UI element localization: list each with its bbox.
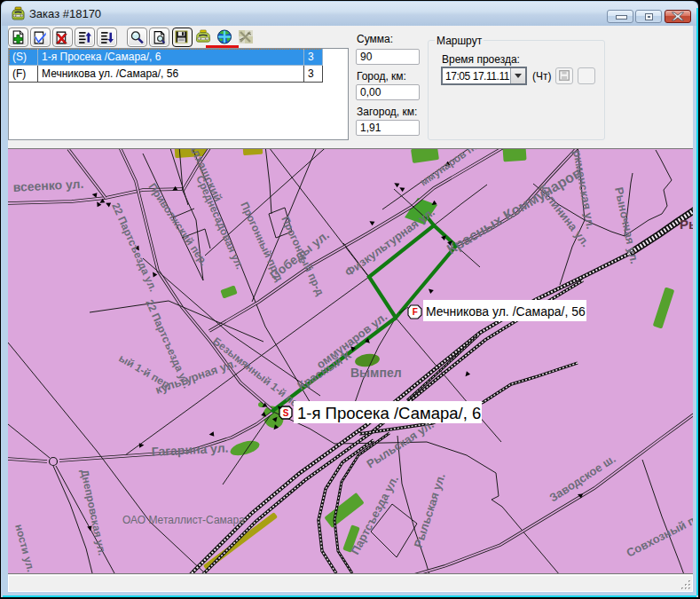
svg-text:ОАО Металлист-Самара: ОАО Металлист-Самара (122, 514, 245, 526)
svg-text:всеенко ул.: всеенко ул. (12, 177, 83, 194)
svg-text:ности ул.: ности ул. (12, 523, 37, 573)
svg-text:Вымпел: Вымпел (350, 366, 402, 380)
svg-text:Физкультурная ул.: Физкультурная ул. (342, 205, 437, 279)
svg-text:F: F (413, 307, 418, 317)
svg-text:S: S (283, 408, 289, 418)
svg-text:Рыльская ул.: Рыльская ул. (412, 471, 448, 548)
svg-text:Мечникова ул. /Самара/, 56: Мечникова ул. /Самара/, 56 (426, 304, 586, 319)
svg-text:ый 1-й пер.: ый 1-й пер. (117, 351, 175, 392)
svg-text:Гагарина ул.: Гагарина ул. (151, 440, 229, 459)
svg-text:1-я Просека /Самара/, 6: 1-я Просека /Самара/, 6 (297, 404, 481, 422)
svg-text:Днепровская ул.: Днепровская ул. (78, 469, 108, 556)
svg-text:Совхозный пр.: Совхозный пр. (625, 509, 693, 560)
svg-text:Партсъезда ул.: Партсъезда ул. (348, 473, 401, 556)
svg-text:Рыночная ул.: Рыночная ул. (612, 186, 641, 265)
svg-text:Рь: Рь (680, 217, 693, 232)
